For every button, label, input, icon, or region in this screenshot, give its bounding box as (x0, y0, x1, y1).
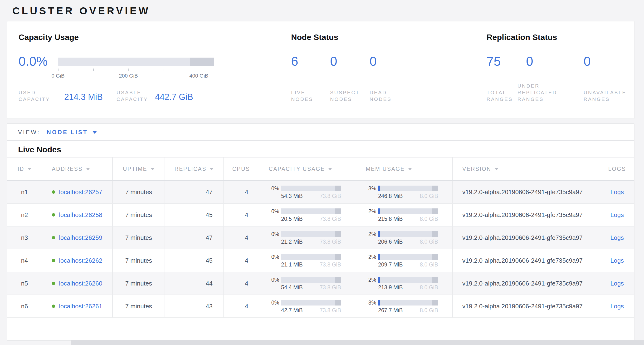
live-nodes-value: 6 (291, 55, 328, 68)
mem-usage-percent: 3% (366, 300, 376, 305)
capacity-usage-bar (281, 231, 341, 237)
cell-replicas: 45 (165, 204, 224, 226)
column-header-capacity[interactable]: CAPACITY USAGE (259, 158, 356, 180)
cell-capacity: 0%21.2 MiB73.8 GiB (259, 226, 356, 249)
mem-used-value: 215.8 MiB (378, 216, 403, 222)
table-row: n6localhost:262617 minutes4340%42.7 MiB7… (7, 295, 634, 318)
cell-logs: Logs (600, 204, 634, 226)
suspect-nodes-value: 0 (330, 55, 368, 68)
cell-id: n1 (7, 181, 42, 203)
column-header-id[interactable]: ID (7, 158, 42, 180)
cell-replicas: 43 (165, 295, 224, 317)
cell-mem: 2%215.8 MiB8.0 GiB (356, 204, 453, 226)
sort-arrow-icon (408, 168, 412, 170)
mem-used-value: 209.7 MiB (378, 262, 403, 267)
logs-link[interactable]: Logs (610, 303, 624, 310)
mem-usage-bar-fill (378, 208, 380, 214)
column-header-label: LOGS (608, 166, 626, 172)
logs-link[interactable]: Logs (610, 211, 624, 218)
used-capacity-label: USED CAPACITY (18, 89, 50, 102)
gauge-axis-label: 400 GiB (184, 73, 213, 79)
capacity-usage: 0%54.3 MiB73.8 GiB (269, 185, 345, 199)
node-address-link[interactable]: localhost:26257 (59, 188, 102, 196)
mem-usage-top: 3% (366, 185, 442, 192)
node-address-link[interactable]: localhost:26261 (59, 303, 102, 310)
cell-mem: 3%267.7 MiB8.0 GiB (356, 295, 453, 317)
column-header-version[interactable]: VERSION (453, 158, 600, 180)
capacity-usage-bar (281, 254, 341, 260)
capacity-total-value: 73.8 GiB (320, 193, 341, 199)
capacity-used-value: 42.7 MiB (281, 307, 303, 313)
capacity-usage-top: 0% (269, 185, 345, 192)
column-header-uptime[interactable]: UPTIME (113, 158, 165, 180)
logs-link[interactable]: Logs (610, 188, 624, 196)
capacity-usage-values: 54.3 MiB73.8 GiB (281, 193, 341, 199)
sort-arrow-icon (86, 168, 90, 170)
cell-uptime-text: 7 minutes (125, 211, 152, 218)
cell-id: n6 (7, 295, 42, 317)
mem-usage: 3%267.7 MiB8.0 GiB (366, 299, 442, 313)
cell-version-text: v19.2.0-alpha.20190606-2491-gfe735c9a97 (462, 257, 583, 264)
column-header-address[interactable]: ADDRESS (42, 158, 113, 180)
cell-uptime-text: 7 minutes (125, 303, 152, 310)
node-status-heading: Node Status (291, 33, 338, 42)
mem-usage-bar-reserved-segment (432, 300, 438, 305)
logs-link[interactable]: Logs (610, 234, 624, 241)
logs-link[interactable]: Logs (610, 257, 624, 264)
table-row: n3localhost:262597 minutes4740%21.2 MiB7… (7, 226, 634, 249)
dead-nodes-value: 0 (370, 55, 408, 68)
view-selected-value: NODE LIST (47, 129, 88, 135)
cluster-overview-page: CLUSTER OVERVIEW Capacity Usage 0.0% 0 G… (0, 0, 644, 345)
page-title: CLUSTER OVERVIEW (12, 5, 150, 17)
cell-version-text: v19.2.0-alpha.20190606-2491-gfe735c9a97 (462, 303, 583, 310)
column-header-replicas[interactable]: REPLICAS (165, 158, 224, 180)
total-ranges-label: TOTAL RANGES (486, 89, 513, 102)
cell-version: v19.2.0-alpha.20190606-2491-gfe735c9a97 (453, 181, 600, 203)
mem-usage-bar-fill (378, 254, 380, 260)
logs-link[interactable]: Logs (610, 280, 624, 287)
cell-mem: 2%213.9 MiB8.0 GiB (356, 272, 453, 294)
cell-id: n2 (7, 204, 42, 226)
capacity-usage-heading: Capacity Usage (18, 33, 79, 42)
cell-uptime: 7 minutes (113, 226, 165, 249)
unavailable-ranges-value: 0 (584, 55, 631, 68)
mem-usage-values: 209.7 MiB8.0 GiB (378, 262, 438, 267)
node-address-link[interactable]: localhost:26258 (59, 211, 102, 218)
used-capacity-value: 214.3 MiB (64, 92, 103, 102)
cell-address: localhost:26262 (42, 249, 113, 272)
column-header-mem[interactable]: MEM USAGE (356, 158, 453, 180)
node-health-dot (52, 213, 55, 216)
capacity-usage-bar-reserved-segment (335, 186, 341, 191)
capacity-usage-values: 42.7 MiB73.8 GiB (281, 307, 341, 313)
total-ranges-value: 75 (486, 55, 515, 68)
cluster-summary-card: Capacity Usage 0.0% 0 GiB 200 GiB 400 Gi… (7, 21, 634, 119)
capacity-usage-percent: 0% (269, 231, 279, 237)
capacity-total-value: 73.8 GiB (320, 216, 341, 222)
capacity-usage-percent: 0% (269, 208, 279, 214)
cell-cpus-text: 4 (245, 303, 248, 310)
column-header-label: REPLICAS (174, 166, 207, 172)
capacity-usage: 0%42.7 MiB73.8 GiB (269, 299, 345, 313)
capacity-usage-bar (281, 277, 341, 283)
mem-usage-top: 2% (366, 254, 442, 260)
node-address-link[interactable]: localhost:26259 (59, 234, 102, 241)
mem-total-value: 8.0 GiB (420, 193, 438, 199)
capacity-usage-values: 21.2 MiB73.8 GiB (281, 239, 341, 245)
cell-replicas-text: 44 (206, 280, 212, 287)
cell-version-text: v19.2.0-alpha.20190606-2491-gfe735c9a97 (462, 188, 583, 196)
column-header-label: ID (18, 166, 24, 172)
capacity-gauge-used-segment (190, 58, 214, 66)
cell-id-text: n6 (21, 303, 28, 310)
cell-replicas: 47 (165, 226, 224, 249)
cell-id: n5 (7, 272, 42, 294)
cell-mem: 3%246.8 MiB8.0 GiB (356, 181, 453, 203)
mem-usage-values: 246.8 MiB8.0 GiB (378, 193, 438, 199)
node-address-link[interactable]: localhost:26260 (59, 280, 102, 287)
cell-version: v19.2.0-alpha.20190606-2491-gfe735c9a97 (453, 204, 600, 226)
mem-usage-percent: 2% (366, 277, 376, 283)
mem-usage-bar-fill (378, 231, 380, 237)
cell-uptime-text: 7 minutes (125, 280, 152, 287)
view-selector-dropdown[interactable]: NODE LIST (47, 129, 97, 135)
capacity-usage-top: 0% (269, 276, 345, 283)
node-address-link[interactable]: localhost:26262 (59, 257, 102, 264)
